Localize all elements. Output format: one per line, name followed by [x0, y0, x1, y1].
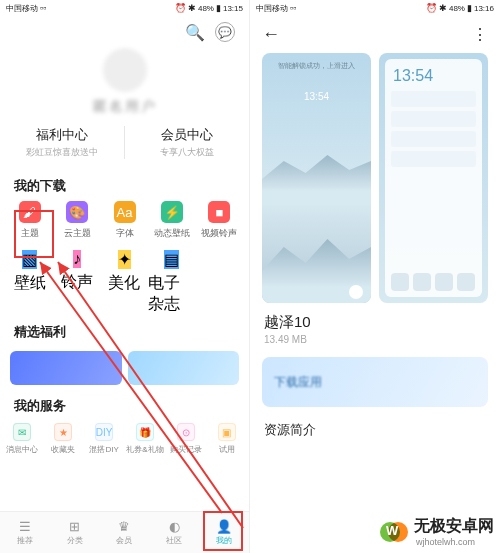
service-label: 购买记录: [170, 444, 202, 455]
alarm-icon: ⏰: [175, 4, 186, 13]
service-item-礼券&礼物[interactable]: 🎁礼券&礼物: [124, 423, 165, 455]
download-item-美化[interactable]: ✦美化: [101, 250, 148, 315]
alarm-icon: ⏰: [426, 4, 437, 13]
brush-icon: 🖌: [19, 201, 41, 223]
theme-name: 越泽10: [264, 313, 486, 332]
preview-lock-hint: 智能解锁成功，上滑进入: [262, 61, 371, 71]
welfare-banner-1[interactable]: [128, 351, 240, 385]
bluetooth-icon: ✱: [188, 4, 196, 13]
Aa-icon: Aa: [114, 201, 136, 223]
theme-preview-home[interactable]: 13:54: [379, 53, 488, 303]
signal-icon: ▫▫: [290, 4, 296, 13]
download-label: 美化: [108, 273, 140, 294]
service-label: 混搭DIY: [89, 444, 118, 455]
bluetooth-icon: ✱: [439, 4, 447, 13]
promo-banner[interactable]: 下载应用: [262, 357, 488, 407]
tab-icon: ☰: [19, 519, 31, 534]
download-item-动态壁纸[interactable]: ⚡动态壁纸: [148, 201, 195, 240]
preview-clock: 13:54: [262, 91, 371, 102]
download-label: 视频铃声: [201, 227, 237, 240]
service-item-消息中心[interactable]: ✉消息中心: [2, 423, 43, 455]
tab-label: 社区: [166, 535, 182, 546]
tab-会员[interactable]: ♛会员: [100, 512, 150, 553]
tab-label: 会员: [116, 535, 132, 546]
download-item-铃声[interactable]: ♪铃声: [53, 250, 100, 315]
battery-label: 48%: [198, 4, 214, 13]
promo-banner-text: 下载应用: [274, 374, 322, 391]
book-icon: ▤: [164, 250, 179, 269]
avatar: [103, 48, 147, 92]
welfare-center-sub: 彩虹豆惊喜放送中: [0, 146, 124, 159]
service-item-试用[interactable]: ▣试用: [206, 423, 247, 455]
downloads-title: 我的下载: [0, 169, 249, 201]
time-label: 13:16: [474, 4, 494, 13]
welfare-banner-0[interactable]: [10, 351, 122, 385]
status-bar: 中国移动 ▫▫ ⏰ ✱ 48% ▮ 13:15: [0, 0, 249, 16]
more-icon[interactable]: ⋮: [472, 25, 488, 44]
tab-icon: ♛: [118, 519, 130, 534]
service-label: 消息中心: [6, 444, 38, 455]
search-icon[interactable]: 🔍: [185, 23, 205, 42]
download-label: 云主题: [64, 227, 91, 240]
tab-label: 推荐: [17, 535, 33, 546]
service-icon: ✉: [13, 423, 31, 441]
theme-size: 13.49 MB: [264, 334, 486, 345]
carrier-label: 中国移动: [256, 3, 288, 14]
service-item-购买记录[interactable]: ⊙购买记录: [165, 423, 206, 455]
service-label: 收藏夹: [51, 444, 75, 455]
note-icon: ♪: [73, 250, 81, 268]
signal-icon: ▫▫: [40, 4, 46, 13]
status-bar: 中国移动 ▫▫ ⏰ ✱ 48% ▮ 13:16: [250, 0, 500, 16]
download-label: 动态壁纸: [154, 227, 190, 240]
palette-icon: 🎨: [66, 201, 88, 223]
tab-分类[interactable]: ⊞分类: [50, 512, 100, 553]
download-label: 铃声: [61, 272, 93, 293]
profile-area[interactable]: 匿名用户: [0, 42, 249, 124]
download-item-字体[interactable]: Aa字体: [101, 201, 148, 240]
services-title: 我的服务: [0, 389, 249, 421]
download-item-主题[interactable]: 🖌主题: [6, 201, 53, 240]
tab-label: 分类: [67, 535, 83, 546]
service-icon: ★: [54, 423, 72, 441]
theme-preview-lockscreen[interactable]: 智能解锁成功，上滑进入 13:54: [262, 53, 371, 303]
service-item-混搭DIY[interactable]: DIY混搭DIY: [84, 423, 125, 455]
service-item-收藏夹[interactable]: ★收藏夹: [43, 423, 84, 455]
preview-clock-2: 13:54: [393, 67, 433, 85]
download-label: 字体: [116, 227, 134, 240]
chat-icon[interactable]: 💬: [215, 22, 235, 42]
battery-icon: ▮: [216, 4, 221, 13]
tab-icon: ⊞: [69, 519, 80, 534]
download-label: 壁纸: [14, 273, 46, 294]
tab-推荐[interactable]: ☰推荐: [0, 512, 50, 553]
service-label: 礼券&礼物: [126, 444, 163, 455]
download-item-壁纸[interactable]: ▧壁纸: [6, 250, 53, 315]
battery-icon: ▮: [467, 4, 472, 13]
tab-icon: 👤: [216, 519, 232, 534]
watermark: W 无极安卓网 wjhotelwh.com: [380, 516, 494, 547]
tab-label: 我的: [216, 535, 232, 546]
welfare-center-button[interactable]: 福利中心 彩虹豆惊喜放送中: [0, 126, 124, 159]
service-icon: ⊙: [177, 423, 195, 441]
tab-社区[interactable]: ◐社区: [149, 512, 199, 553]
time-label: 13:15: [223, 4, 243, 13]
download-item-电子杂志[interactable]: ▤电子杂志: [148, 250, 195, 315]
service-icon: DIY: [95, 423, 113, 441]
carrier-label: 中国移动: [6, 3, 38, 14]
welfare-title: 精选福利: [0, 315, 249, 347]
sparkle-icon: ✦: [118, 250, 131, 269]
flash-icon: ⚡: [161, 201, 183, 223]
tab-我的[interactable]: 👤我的: [199, 512, 249, 553]
battery-label: 48%: [449, 4, 465, 13]
back-icon[interactable]: ←: [262, 24, 280, 45]
download-item-视频铃声[interactable]: ■视频铃声: [196, 201, 243, 240]
download-item-云主题[interactable]: 🎨云主题: [53, 201, 100, 240]
watermark-domain: wjhotelwh.com: [416, 537, 494, 547]
watermark-logo: W: [380, 518, 408, 546]
welfare-center-title: 福利中心: [0, 126, 124, 144]
member-center-title: 会员中心: [125, 126, 249, 144]
video-icon: ■: [208, 201, 230, 223]
image-icon: ▧: [22, 250, 37, 269]
member-center-button[interactable]: 会员中心 专享八大权益: [125, 126, 249, 159]
member-center-sub: 专享八大权益: [125, 146, 249, 159]
username-label: 匿名用户: [93, 98, 157, 116]
